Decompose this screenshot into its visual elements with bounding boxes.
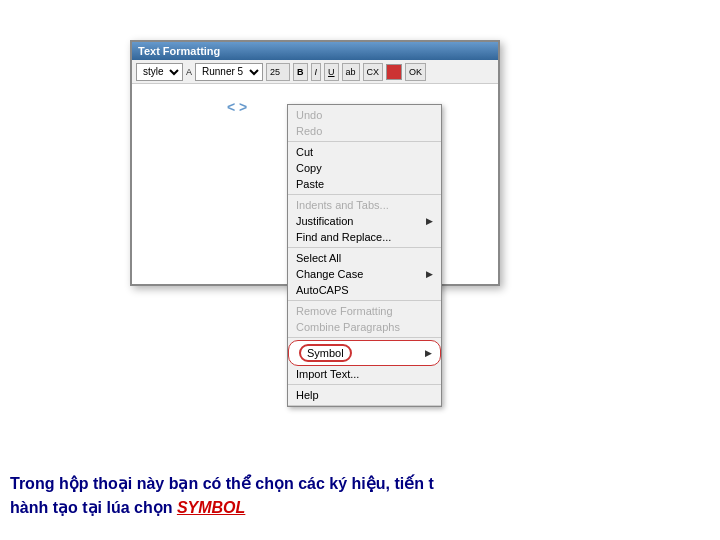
- menu-item-combinepara[interactable]: Combine Paragraphs: [288, 319, 441, 335]
- bold-button[interactable]: B: [293, 63, 308, 81]
- menu-item-changecase-label: Change Case: [296, 268, 363, 280]
- underline-button[interactable]: U: [324, 63, 339, 81]
- menu-item-help[interactable]: Help: [288, 387, 441, 403]
- menu-item-autocaps[interactable]: AutoCAPS: [288, 282, 441, 298]
- instruction-line1: Trong hộp thoại này bạn có thể chọn các …: [10, 475, 434, 492]
- menu-item-undo-label: Undo: [296, 109, 322, 121]
- menu-item-autocaps-label: AutoCAPS: [296, 284, 349, 296]
- menu-item-symbol-label: Symbol: [299, 344, 352, 362]
- menu-item-importtext-label: Import Text...: [296, 368, 359, 380]
- changecase-arrow-icon: ▶: [426, 269, 433, 279]
- menu-section-format: Indents and Tabs... Justification ▶ Find…: [288, 195, 441, 248]
- instruction-line2: hành tạo tại lúa chọn: [10, 499, 177, 516]
- menu-item-cut[interactable]: Cut: [288, 144, 441, 160]
- window-toolbar: style A Runner 5 B I U ab CX OK: [132, 60, 498, 84]
- menu-section-remove: Remove Formatting Combine Paragraphs: [288, 301, 441, 338]
- angle-brackets: < >: [227, 99, 247, 115]
- color-swatch[interactable]: [386, 64, 402, 80]
- style-select[interactable]: style: [136, 63, 183, 81]
- menu-item-find[interactable]: Find and Replace...: [288, 229, 441, 245]
- instruction-text-line2: hành tạo tại lúa chọn SYMBOL: [10, 496, 710, 520]
- cx-button[interactable]: CX: [363, 63, 384, 81]
- bottom-text-area: Trong hộp thoại này bạn có thể chọn các …: [10, 472, 710, 520]
- symbol-link[interactable]: SYMBOL: [177, 499, 245, 516]
- italic-button[interactable]: I: [311, 63, 322, 81]
- menu-item-indents-label: Indents and Tabs...: [296, 199, 389, 211]
- menu-section-symbol: Symbol ▶ Import Text...: [288, 338, 441, 385]
- menu-item-paste-label: Paste: [296, 178, 324, 190]
- justification-arrow-icon: ▶: [426, 216, 433, 226]
- menu-item-justification[interactable]: Justification ▶: [288, 213, 441, 229]
- menu-item-find-label: Find and Replace...: [296, 231, 391, 243]
- menu-section-help: Help: [288, 385, 441, 406]
- menu-item-help-label: Help: [296, 389, 319, 401]
- menu-item-changecase[interactable]: Change Case ▶: [288, 266, 441, 282]
- menu-item-undo[interactable]: Undo: [288, 107, 441, 123]
- menu-item-removeformatting[interactable]: Remove Formatting: [288, 303, 441, 319]
- menu-item-copy-label: Copy: [296, 162, 322, 174]
- menu-item-selectall[interactable]: Select All: [288, 250, 441, 266]
- menu-item-combinepara-label: Combine Paragraphs: [296, 321, 400, 333]
- font-size-input[interactable]: [266, 63, 290, 81]
- menu-item-cut-label: Cut: [296, 146, 313, 158]
- menu-section-select: Select All Change Case ▶ AutoCAPS: [288, 248, 441, 301]
- menu-item-justification-label: Justification: [296, 215, 353, 227]
- window-title: Text Formatting: [138, 45, 220, 57]
- text-formatting-window: Text Formatting style A Runner 5 B I U a…: [130, 40, 500, 286]
- menu-item-redo[interactable]: Redo: [288, 123, 441, 139]
- menu-section-clipboard: Cut Copy Paste: [288, 142, 441, 195]
- ok-button[interactable]: OK: [405, 63, 426, 81]
- symbol-arrow-icon: ▶: [425, 348, 432, 358]
- menu-item-selectall-label: Select All: [296, 252, 341, 264]
- window-content: < > Undo Redo Cut Copy: [132, 84, 498, 284]
- menu-item-indents[interactable]: Indents and Tabs...: [288, 197, 441, 213]
- context-menu: Undo Redo Cut Copy Paste: [287, 104, 442, 407]
- menu-item-importtext[interactable]: Import Text...: [288, 366, 441, 382]
- instruction-text: Trong hộp thoại này bạn có thể chọn các …: [10, 472, 710, 496]
- window-titlebar: Text Formatting: [132, 42, 498, 60]
- menu-item-paste[interactable]: Paste: [288, 176, 441, 192]
- font-icon: A: [186, 67, 192, 77]
- menu-item-copy[interactable]: Copy: [288, 160, 441, 176]
- menu-item-removeformatting-label: Remove Formatting: [296, 305, 393, 317]
- menu-item-symbol[interactable]: Symbol ▶: [288, 340, 441, 366]
- ab-button[interactable]: ab: [342, 63, 360, 81]
- font-select[interactable]: Runner 5: [195, 63, 263, 81]
- menu-item-redo-label: Redo: [296, 125, 322, 137]
- menu-section-undoredo: Undo Redo: [288, 105, 441, 142]
